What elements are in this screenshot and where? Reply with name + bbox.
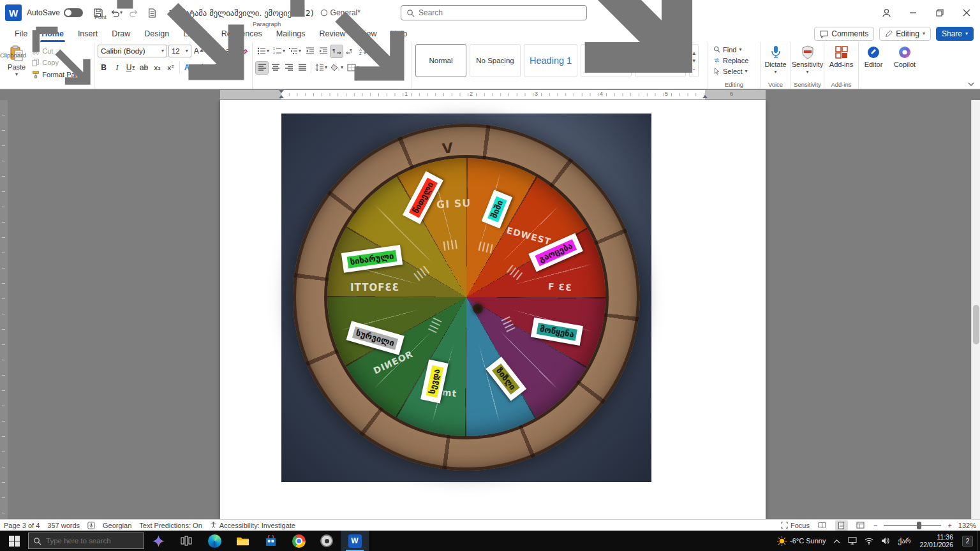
left-indent-marker[interactable] bbox=[279, 95, 284, 98]
clipboard-group: Paste ▾ Cut Copy Format Painter Clipboar… bbox=[0, 42, 94, 89]
find-button[interactable]: Find ▾ bbox=[711, 44, 757, 55]
accessibility-status[interactable]: Accessibility: Investigate bbox=[210, 522, 295, 529]
edge-icon bbox=[208, 534, 221, 548]
print-layout-button[interactable] bbox=[835, 520, 848, 531]
app-icon bbox=[320, 534, 333, 547]
minimize-icon bbox=[909, 9, 917, 17]
close-button[interactable] bbox=[953, 0, 980, 26]
zoom-in-button[interactable]: + bbox=[947, 522, 951, 529]
store-app-button[interactable] bbox=[256, 531, 285, 551]
edge-app-button[interactable] bbox=[200, 531, 228, 551]
focus-icon bbox=[781, 522, 788, 529]
chrome-app-button[interactable] bbox=[285, 531, 313, 551]
focus-mode-button[interactable]: Focus bbox=[781, 522, 810, 529]
copilot-button[interactable]: Copilot bbox=[891, 44, 918, 70]
scrollbar-thumb[interactable] bbox=[973, 305, 979, 344]
wheel-wooden-rim bbox=[293, 124, 640, 471]
zoom-slider[interactable] bbox=[884, 525, 941, 526]
pencil-icon bbox=[885, 30, 893, 38]
file-explorer-icon bbox=[236, 536, 249, 547]
replace-button[interactable]: Replace bbox=[711, 55, 757, 66]
zoom-slider-thumb[interactable] bbox=[917, 522, 921, 529]
taskbar-search-box[interactable] bbox=[28, 533, 144, 549]
task-view-button[interactable] bbox=[172, 531, 200, 551]
dictation-status-button[interactable] bbox=[87, 522, 95, 529]
word-count[interactable]: 357 words bbox=[47, 522, 80, 529]
collapse-ribbon-icon[interactable] bbox=[967, 82, 975, 87]
select-icon bbox=[713, 68, 720, 75]
display-tray-button[interactable] bbox=[844, 531, 861, 551]
find-label: Find bbox=[723, 46, 736, 54]
replace-label: Replace bbox=[723, 57, 748, 64]
zoom-out-button[interactable]: − bbox=[873, 522, 877, 529]
comments-button[interactable]: Comments bbox=[814, 27, 874, 41]
editing-mode-button[interactable]: Editing ▾ bbox=[879, 27, 931, 41]
dictate-button[interactable]: Dictate ▾ bbox=[764, 44, 787, 76]
right-indent-marker[interactable] bbox=[702, 95, 708, 98]
wheel-image[interactable]: V GI SU EDWEST F ƐƐ ITTOFƐƐ DIИEOR mt ||… bbox=[281, 114, 651, 482]
autosave-label: AutoSave bbox=[27, 8, 60, 17]
start-button[interactable] bbox=[0, 531, 28, 551]
wifi-icon bbox=[865, 538, 873, 545]
addins-button[interactable]: Add-ins bbox=[828, 44, 855, 70]
accessibility-label: Accessibility: Investigate bbox=[219, 522, 295, 529]
horizontal-ruler[interactable]: 1 2 3 4 5 6 bbox=[220, 90, 766, 99]
first-line-indent-marker[interactable] bbox=[279, 90, 284, 93]
emotion-label: მოწყენა bbox=[537, 323, 578, 341]
store-icon bbox=[265, 535, 277, 547]
app-button[interactable] bbox=[313, 531, 341, 551]
widgets-button[interactable] bbox=[144, 531, 172, 551]
notification-center-button[interactable]: 2 bbox=[958, 531, 977, 551]
rim-carving-glyph: V bbox=[442, 140, 455, 157]
ruler-number: 1 bbox=[405, 91, 408, 97]
addins-group-label: Add-ins bbox=[831, 81, 851, 88]
read-mode-button[interactable] bbox=[816, 520, 829, 531]
weather-widget[interactable]: -6°C Sunny bbox=[773, 531, 829, 551]
font-group-label: Font bbox=[94, 13, 107, 20]
styles-dialog-launcher[interactable] bbox=[431, 0, 708, 88]
web-layout-button[interactable] bbox=[854, 520, 867, 531]
language-indicator-taskbar[interactable]: ქარ bbox=[894, 531, 914, 551]
copilot-label: Copilot bbox=[894, 61, 916, 68]
account-button[interactable] bbox=[873, 0, 900, 26]
clock[interactable]: 11:36 22/01/2026 bbox=[914, 533, 958, 548]
paragraph-dialog-launcher[interactable] bbox=[283, 0, 412, 88]
taskbar-search-input[interactable] bbox=[46, 537, 135, 545]
wheel-scribble-right: F ƐƐ bbox=[548, 281, 573, 293]
page-indicator[interactable]: Page 3 of 4 bbox=[4, 522, 40, 529]
tally-marks: |||| bbox=[442, 237, 459, 250]
font-group: Calibri (Body) ▾ 12 ▾ A A Aa▾ A B I U▾ a… bbox=[94, 42, 253, 89]
clipboard-dialog-launcher[interactable] bbox=[29, 23, 94, 88]
volume-tray-button[interactable] bbox=[877, 531, 894, 551]
clock-date: 22/01/2026 bbox=[919, 541, 953, 548]
copilot-icon bbox=[898, 45, 912, 59]
editing-group: Find ▾ Replace Select ▾ Editing bbox=[708, 42, 761, 89]
font-dialog-launcher[interactable] bbox=[109, 0, 252, 88]
sensitivity-button[interactable]: Sensitivity ▾ bbox=[794, 44, 820, 76]
share-button[interactable]: Share ▾ bbox=[936, 27, 974, 41]
language-indicator[interactable]: Georgian bbox=[103, 522, 131, 529]
addins-group: Add-ins Add-ins bbox=[824, 42, 859, 89]
wheel-scribble-left: ITTOFƐƐ bbox=[350, 282, 399, 293]
minimize-button[interactable] bbox=[900, 0, 926, 26]
word-taskbar-button[interactable]: W bbox=[341, 531, 369, 551]
text-predictions[interactable]: Text Predictions: On bbox=[139, 522, 202, 529]
restore-button[interactable] bbox=[926, 0, 953, 26]
show-desktop-button[interactable] bbox=[977, 531, 980, 551]
hidden-icons-button[interactable] bbox=[829, 531, 844, 551]
vertical-ruler[interactable] bbox=[0, 100, 8, 519]
emotion-label: სევდა bbox=[426, 365, 444, 398]
select-button[interactable]: Select ▾ bbox=[711, 66, 757, 77]
vertical-scrollbar[interactable]: ▲ bbox=[971, 100, 980, 519]
zoom-level[interactable]: 132% bbox=[958, 522, 976, 529]
file-explorer-button[interactable] bbox=[228, 531, 256, 551]
editor-button[interactable]: Editor bbox=[862, 44, 885, 70]
autosave-control[interactable]: AutoSave bbox=[27, 8, 83, 17]
editor-group: Editor bbox=[859, 42, 888, 89]
autosave-toggle[interactable] bbox=[64, 8, 83, 17]
dictation-status-icon bbox=[87, 522, 95, 529]
document-page[interactable]: V GI SU EDWEST F ƐƐ ITTOFƐƐ DIИEOR mt ||… bbox=[220, 100, 766, 519]
dictate-label: Dictate bbox=[764, 61, 786, 68]
share-caret: ▾ bbox=[965, 31, 968, 36]
network-tray-button[interactable] bbox=[861, 531, 877, 551]
